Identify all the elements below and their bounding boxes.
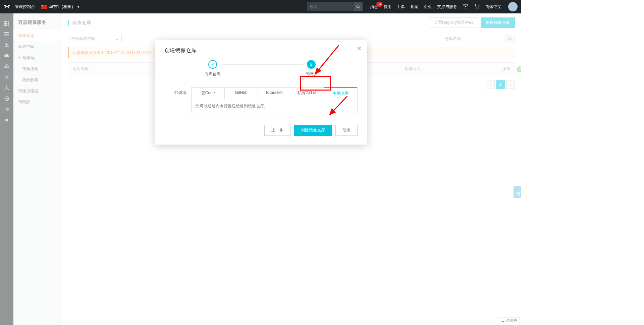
brand-logo-icon[interactable]: [3, 3, 11, 10]
tab-local-repo[interactable]: 本地仓库: [324, 87, 357, 99]
nav-enterprise[interactable]: 企业: [424, 4, 432, 10]
messages-badge: 34: [376, 2, 383, 7]
topbar: 管理控制台 华东1（杭州） ▾ 消息 34 费用 工单 备案 企业 支持与服务 …: [0, 0, 521, 13]
region-selector[interactable]: 华东1（杭州） ▾: [49, 4, 79, 10]
create-repo-modal: ✕ 创建镜像仓库 仓库信息 2 代码源 代码源 云Code GitHub Bit…: [155, 40, 367, 145]
global-search-button[interactable]: [354, 2, 363, 11]
step-1-label: 仓库信息: [205, 71, 221, 77]
search-icon: [356, 5, 360, 9]
tab-github[interactable]: GitHub: [225, 88, 258, 99]
nav-support[interactable]: 支持与服务: [437, 4, 457, 10]
svg-point-7: [478, 7, 479, 8]
codesource-tabs: 云Code GitHub Bitbucket 私有GitLab 本地仓库: [191, 87, 358, 99]
form-label-codesource: 代码源: [164, 87, 191, 113]
svg-point-3: [357, 5, 359, 8]
nav-lang[interactable]: 简体中文: [485, 4, 501, 10]
watermark-text: 亿速云: [506, 318, 517, 323]
step-2-circle: 2: [307, 60, 316, 69]
modal-close-icon[interactable]: ✕: [357, 45, 362, 52]
global-search: [307, 2, 363, 11]
svg-rect-5: [463, 4, 468, 8]
svg-rect-2: [6, 6, 8, 7]
nav-beian[interactable]: 备案: [410, 4, 418, 10]
step-1: 仓库信息: [205, 60, 221, 77]
global-search-input[interactable]: [307, 4, 354, 9]
mail-icon[interactable]: [462, 4, 469, 9]
chevron-down-icon: ▾: [77, 5, 79, 9]
svg-rect-0: [4, 5, 6, 8]
nav-messages[interactable]: 消息 34: [370, 4, 378, 10]
modal-prev-button[interactable]: 上一步: [264, 125, 290, 136]
form-row-codesource: 代码源 云Code GitHub Bitbucket 私有GitLab 本地仓库…: [164, 87, 358, 113]
tab-yuncode[interactable]: 云Code: [192, 88, 225, 99]
step-connector: [223, 64, 303, 65]
step-2: 2 代码源: [305, 60, 317, 77]
region-flag-icon: [41, 5, 47, 9]
modal-steps: 仓库信息 2 代码源: [164, 60, 358, 77]
cart-icon[interactable]: [473, 4, 481, 10]
watermark-cloud-icon: ☁: [500, 318, 505, 323]
tab-private-gitlab[interactable]: 私有GitLab: [291, 88, 324, 99]
watermark: ☁ 亿速云: [498, 317, 520, 324]
svg-rect-1: [8, 5, 10, 8]
user-avatar[interactable]: [508, 2, 518, 11]
step-2-label: 代码源: [305, 71, 317, 77]
nav-cost[interactable]: 费用: [383, 4, 391, 10]
step-1-check-icon: [208, 60, 217, 69]
modal-actions: 上一步 创建镜像仓库 取消: [164, 125, 358, 136]
region-name: 华东1（杭州）: [49, 4, 75, 10]
tab-pane-local: 您可以通过命令行推送镜像到镜像仓库。: [191, 99, 358, 113]
modal-cancel-button[interactable]: 取消: [335, 125, 358, 136]
svg-line-4: [359, 7, 360, 8]
console-label[interactable]: 管理控制台: [15, 4, 35, 10]
modal-title: 创建镜像仓库: [164, 47, 358, 54]
modal-create-button[interactable]: 创建镜像仓库: [294, 125, 332, 136]
tab-bitbucket[interactable]: Bitbucket: [258, 88, 291, 99]
svg-point-6: [476, 7, 477, 8]
nav-tickets[interactable]: 工单: [397, 4, 405, 10]
